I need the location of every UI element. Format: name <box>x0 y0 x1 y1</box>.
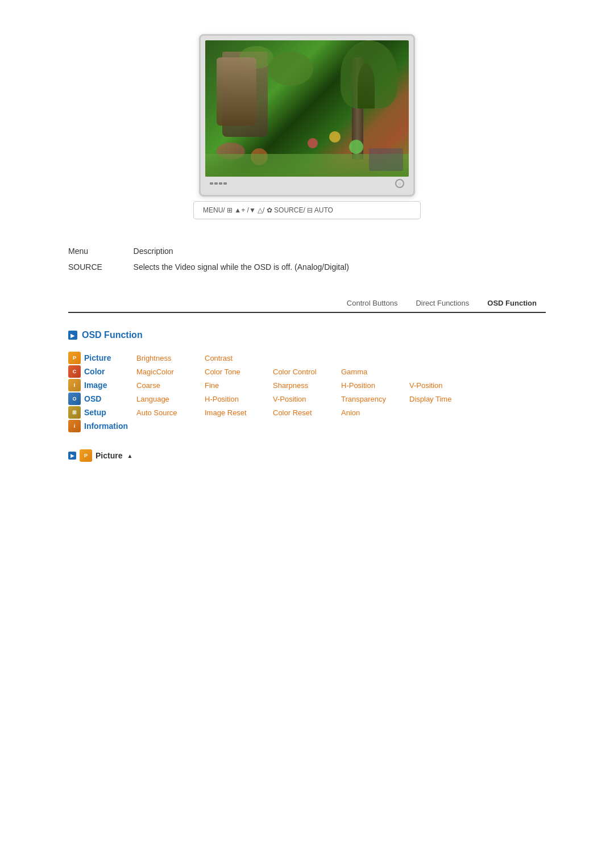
autosource-item[interactable]: Auto Source <box>136 408 205 417</box>
menu-row-picture: P Picture Brightness Contrast <box>68 352 546 364</box>
monitor-bottom: ○ <box>205 177 409 188</box>
picture-nav-arrow: ▶ <box>68 452 76 460</box>
language-item[interactable]: Language <box>136 394 205 403</box>
imagereset-text: Image Reset <box>205 405 247 420</box>
foliage-3 <box>341 40 397 108</box>
colorreset-text: Color Reset <box>273 405 312 420</box>
yellow-ball <box>329 131 341 143</box>
tab-osd-function[interactable]: OSD Function <box>478 297 546 313</box>
image-menu-item[interactable]: I Image <box>68 379 136 391</box>
picture-bottom-section: ▶ P Picture ▲ <box>68 449 546 462</box>
pagoda <box>217 57 256 126</box>
information-label: Information <box>84 422 128 431</box>
colorreset-item[interactable]: Color Reset <box>273 408 341 417</box>
led-dot-1 <box>210 182 213 185</box>
monitor-section: ○ MENU/ ⊞ ▲+ /▼ △/ ✿ SOURCE/ ⊟ AUTO <box>34 34 580 219</box>
gamma-item[interactable]: Gamma <box>341 367 409 376</box>
menu-row-osd: O OSD Language H-Position V-Position Tra… <box>68 393 546 405</box>
magiccolor-text: MagicColor <box>136 364 174 379</box>
page-wrapper: ○ MENU/ ⊞ ▲+ /▼ △/ ✿ SOURCE/ ⊟ AUTO Menu… <box>0 0 614 496</box>
color-label: Color <box>84 367 105 376</box>
contrast-item[interactable]: Contrast <box>205 353 273 362</box>
picture-expand-icon[interactable]: ▲ <box>127 453 132 459</box>
menu-row-image: I Image Coarse Fine Sharpness H-Position… <box>68 379 546 391</box>
tab-control-buttons[interactable]: Control Buttons <box>338 297 407 310</box>
vposition-osd-text: V-Position <box>273 391 306 407</box>
colorcontrol-text: Color Control <box>273 364 317 379</box>
menu-row-color: C Color MagicColor Color Tone Color Cont… <box>68 365 546 378</box>
monitor-screen <box>205 40 409 177</box>
colorcontrol-item[interactable]: Color Control <box>273 367 341 376</box>
colortone-text: Color Tone <box>205 364 240 379</box>
monitor-frame: ○ <box>199 34 415 197</box>
setup-menu-item[interactable]: ⊞ Setup <box>68 406 136 419</box>
magiccolor-item[interactable]: MagicColor <box>136 367 205 376</box>
fine-text: Fine <box>205 378 219 393</box>
autosource-text: Auto Source <box>136 405 177 420</box>
gamma-text: Gamma <box>341 364 367 379</box>
osd-arrow-icon: ▶ <box>68 331 77 340</box>
image-label: Image <box>84 381 107 390</box>
information-icon: i <box>68 420 81 432</box>
anion-item[interactable]: Anion <box>341 408 409 417</box>
table-section: Menu Description SOURCE Selects the Vide… <box>68 242 546 274</box>
coarse-text: Coarse <box>136 378 160 393</box>
monitor-controls-bar: MENU/ ⊞ ▲+ /▼ △/ ✿ SOURCE/ ⊟ AUTO <box>193 201 421 219</box>
imagereset-item[interactable]: Image Reset <box>205 408 273 417</box>
image-icon: I <box>68 379 81 391</box>
osd-menu-icon: O <box>68 393 81 405</box>
osd-menu-item[interactable]: O OSD <box>68 393 136 405</box>
led-dot-2 <box>214 182 218 185</box>
brightness-text: Brightness <box>136 350 171 366</box>
fine-item[interactable]: Fine <box>205 381 273 390</box>
coarse-item[interactable]: Coarse <box>136 381 205 390</box>
setup-icon: ⊞ <box>68 406 81 419</box>
controls-label: MENU/ ⊞ ▲+ /▼ △/ ✿ SOURCE/ ⊟ AUTO <box>203 206 333 214</box>
hposition-image-item[interactable]: H-Position <box>341 381 409 390</box>
hposition-image-text: H-Position <box>341 378 375 393</box>
vposition-osd-item[interactable]: V-Position <box>273 394 341 403</box>
col2-header: Description <box>134 242 546 258</box>
structure <box>369 148 403 171</box>
osd-title: OSD Function <box>82 330 143 340</box>
menu-row-setup: ⊞ Setup Auto Source Image Reset Color Re… <box>68 406 546 419</box>
vposition-image-item[interactable]: V-Position <box>409 381 478 390</box>
vposition-image-text: V-Position <box>409 378 443 393</box>
hposition-osd-text: H-Position <box>205 391 239 407</box>
red-ball <box>308 138 318 148</box>
picture-bottom-label: Picture <box>96 451 122 460</box>
transparency-text: Transparency <box>341 391 386 407</box>
displaytime-item[interactable]: Display Time <box>409 394 478 403</box>
picture-bottom-icon: P <box>80 449 92 462</box>
sharpness-item[interactable]: Sharpness <box>273 381 341 390</box>
picture-menu-item[interactable]: P Picture <box>68 352 136 364</box>
source-label: SOURCE <box>68 258 134 274</box>
picture-icon: P <box>68 352 81 364</box>
setup-label: Setup <box>84 408 106 417</box>
source-description: Selects the Video signal while the OSD i… <box>134 258 546 274</box>
monitor-power-button[interactable]: ○ <box>395 179 404 188</box>
monitor-led <box>210 182 227 185</box>
sharpness-text: Sharpness <box>273 378 308 393</box>
green-ball <box>349 140 363 154</box>
osd-label: OSD <box>84 394 101 403</box>
brightness-item[interactable]: Brightness <box>136 353 205 362</box>
col1-header: Menu <box>68 242 134 258</box>
tab-nav: Control Buttons Direct Functions OSD Fun… <box>68 297 546 313</box>
picture-label: Picture <box>84 353 111 362</box>
menu-row-information: i Information <box>68 420 546 432</box>
led-dot-3 <box>219 182 222 185</box>
foliage-2 <box>268 52 313 86</box>
hposition-osd-item[interactable]: H-Position <box>205 394 273 403</box>
info-table: Menu Description SOURCE Selects the Vide… <box>68 242 546 274</box>
displaytime-text: Display Time <box>409 391 451 407</box>
language-text: Language <box>136 391 169 407</box>
table-row: SOURCE Selects the Video signal while th… <box>68 258 546 274</box>
led-dot-4 <box>223 182 227 185</box>
information-menu-item[interactable]: i Information <box>68 420 136 432</box>
tab-direct-functions[interactable]: Direct Functions <box>406 297 478 310</box>
transparency-item[interactable]: Transparency <box>341 394 409 403</box>
colortone-item[interactable]: Color Tone <box>205 367 273 376</box>
color-icon: C <box>68 365 81 378</box>
color-menu-item[interactable]: C Color <box>68 365 136 378</box>
